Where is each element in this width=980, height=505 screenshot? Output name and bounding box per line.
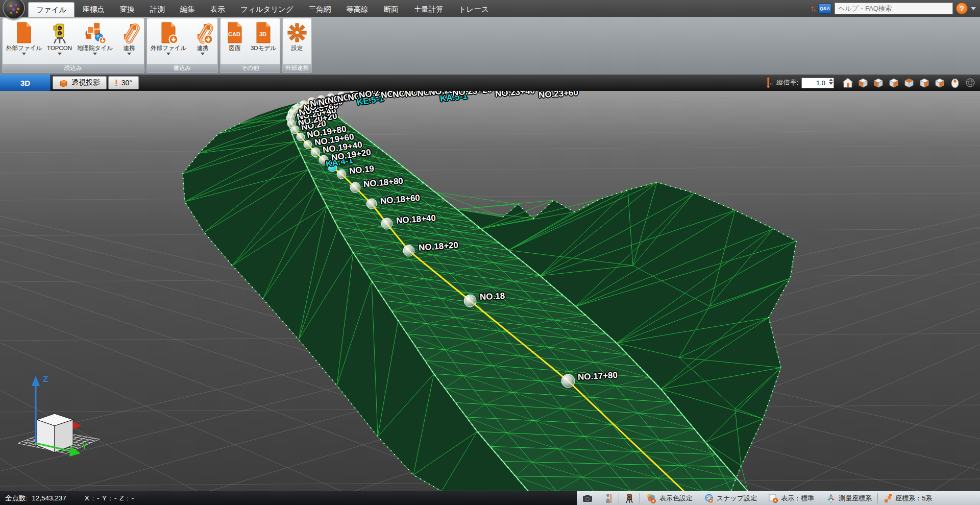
status-item-label: スナップ設定 [717,494,757,503]
camera-icon[interactable] [577,491,598,505]
perspective-cube-icon [59,79,68,87]
ribbon-button-0-3[interactable]: 連携 [115,19,143,64]
view-angle-button[interactable]: ! 30° [108,76,139,89]
status-item-4[interactable]: 座標系：5系 [878,491,938,505]
menu-tab-2[interactable]: 変換 [112,2,142,17]
menu-tab-7[interactable]: 三角網 [301,2,339,17]
ribbon-button-label: 図面 [229,45,240,52]
home-icon[interactable] [841,76,854,89]
view-toolbar: 3D 透視投影 ! 30° n 縦倍率: [0,75,980,91]
menu-tab-11[interactable]: トレース [451,2,497,17]
ribbon-button-0-2[interactable]: 地理院タイル [75,19,115,64]
ribbon-button-label: TOPCON [47,45,72,52]
status-bar: 全点数: 12,543,237 X : - Y : - Z : - 表示色設定ス… [0,491,980,505]
point-count: 全点数: 12,543,237 X : - Y : - Z : - [0,494,134,503]
gsi-tile-icon [84,20,106,45]
3d-viewport[interactable]: ZY [0,91,980,491]
vertical-exaggeration-icon: n [766,77,773,88]
perspective-projection-button[interactable]: 透視投影 [53,76,107,89]
qa-icon[interactable]: Q&A [818,4,831,14]
menu-tab-0[interactable]: ファイル [28,2,75,17]
status-item-2[interactable]: 表示：標準 [763,491,820,505]
svg-text:Z: Z [43,374,48,384]
status-item-label: 測量座標系 [839,494,872,503]
app-logo-button[interactable] [3,0,25,19]
chevron-down-icon[interactable] [971,7,976,10]
status-bar-right: 表示色設定スナップ設定表示：標準測量座標系座標系：5系 [577,491,980,505]
status-item-label: 表示：標準 [781,494,814,503]
status-item-3[interactable]: 測量座標系 [820,491,877,505]
dropdown-arrow-icon[interactable] [166,53,170,55]
ribbon-group-label: 書込み [147,64,217,73]
ribbon-button-label: 連携 [123,45,135,52]
view-cube-back-icon[interactable] [918,76,931,89]
menu-bar: ファイル座標点変換計測編集表示フィルタリング三角網等高線断面土量計算トレース ↑… [0,0,980,17]
station-icon[interactable] [619,491,640,505]
svg-text:CAD: CAD [228,31,240,37]
vertical-scale-spinner[interactable] [829,79,833,85]
ribbon-group-1: 外部ファイル 連携書込み [146,18,218,73]
ribbon-button-2-0[interactable]: CAD図面 [222,19,248,64]
dropdown-arrow-icon[interactable] [201,53,205,55]
status-item-label: 座標系：5系 [895,494,932,503]
ribbon-button-0-0[interactable]: 外部ファイル [4,19,44,64]
status-item-0[interactable]: 表示色設定 [640,491,698,505]
view-cube-front-icon[interactable] [856,76,870,89]
menu-tab-4[interactable]: 編集 [173,2,203,17]
view-toolbar-right: n 縦倍率: [766,75,977,91]
help-icon[interactable]: ? [956,3,968,14]
view-cube-right-icon[interactable] [887,76,900,89]
ribbon-button-1-0[interactable]: 外部ファイル [148,19,189,64]
view-cube-bottom-icon[interactable] [933,76,946,89]
total-points-label: 全点数: [5,494,28,503]
svg-text:n: n [770,81,772,86]
menu-tab-3[interactable]: 計測 [142,2,173,17]
view-cube-left-icon[interactable] [872,76,885,89]
ribbon-group-label: 読込み [3,64,144,73]
surveyor-icon[interactable] [598,491,619,505]
ribbon-group-3: 設定外部連携 [282,18,312,73]
sort-arrows-icon[interactable]: ↑↓ [810,2,815,15]
ribbon-button-label: 3Dモデル [251,45,276,52]
ribbon-button-2-1[interactable]: 3D3Dモデル [248,19,279,64]
dropdown-arrow-icon[interactable] [127,53,131,55]
menu-tab-10[interactable]: 土量計算 [406,2,451,17]
view-mode-3d-button[interactable]: 3D [0,75,51,91]
exclamation-icon: ! [115,79,118,87]
dropdown-arrow-icon[interactable] [22,53,26,55]
menu-tab-8[interactable]: 等高線 [338,2,376,17]
file-import-icon [13,20,35,45]
ribbon-group-label: その他 [220,64,280,73]
file-export-icon [158,20,179,45]
cad-icon: CAD [224,20,246,45]
menu-tab-5[interactable]: 表示 [203,2,233,17]
menu-tabs: ファイル座標点変換計測編集表示フィルタリング三角網等高線断面土量計算トレース [28,2,497,17]
menu-tab-1[interactable]: 座標点 [75,2,112,17]
ribbon-button-label: 連携 [197,45,208,52]
ribbon-button-1-1[interactable]: 連携 [189,19,216,64]
ribbon-button-label: 外部ファイル [6,45,42,52]
status-item-1[interactable]: スナップ設定 [698,491,763,505]
link-export-icon [191,20,214,45]
status-item-label: 表示色設定 [659,494,693,503]
mouse-settings-icon[interactable] [948,76,962,89]
ribbon-button-0-1[interactable]: TOPCON [44,19,75,64]
application-window: ファイル座標点変換計測編集表示フィルタリング三角網等高線断面土量計算トレース ↑… [0,0,980,505]
model3d-icon: 3D [253,20,274,45]
svg-text:3D: 3D [259,31,266,37]
total-points-value: 12,543,237 [32,494,66,502]
ribbon-group-2: CAD図面 3D3Dモデルその他 [220,18,280,73]
dropdown-arrow-icon[interactable] [58,53,62,55]
orbit-icon[interactable] [964,76,977,89]
dropdown-arrow-icon[interactable] [93,53,97,55]
menu-tab-6[interactable]: フィルタリング [233,2,301,17]
menu-tab-9[interactable]: 断面 [376,2,406,17]
view-cube-top-icon[interactable] [902,76,916,89]
topcon-icon [50,20,70,45]
ribbon-button-3-0[interactable]: 設定 [284,19,310,64]
ribbon-button-label: 外部ファイル [151,45,186,52]
ribbon-button-label: 地理院タイル [77,45,113,52]
help-search-input[interactable] [835,3,953,14]
ribbon-group-0: 外部ファイル TOPCON 地理院タイル 連携読込み [2,18,144,73]
menubar-right-cluster: ↑↓ Q&A ? [810,2,976,15]
